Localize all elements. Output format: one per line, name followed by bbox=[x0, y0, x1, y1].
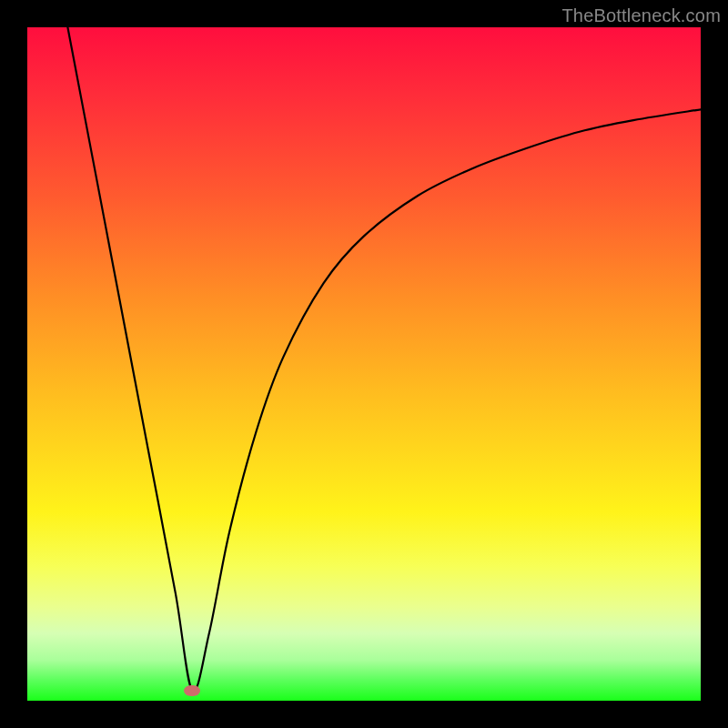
minimum-marker bbox=[184, 685, 200, 696]
plot-area bbox=[27, 27, 701, 701]
bottleneck-curve bbox=[67, 27, 701, 692]
outer-frame: TheBottleneck.com bbox=[0, 0, 728, 728]
watermark-text: TheBottleneck.com bbox=[561, 5, 721, 26]
curve-svg bbox=[27, 27, 701, 701]
